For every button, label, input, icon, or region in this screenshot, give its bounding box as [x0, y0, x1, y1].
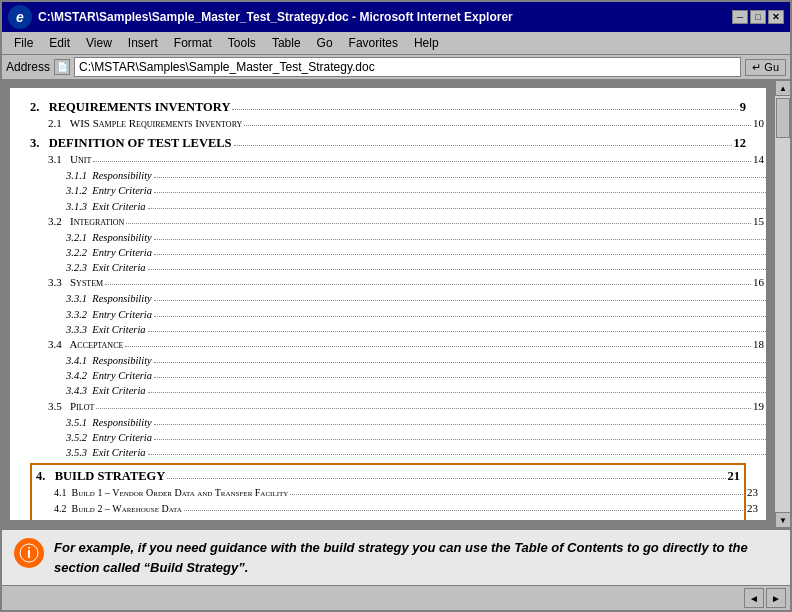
- toc-row-3-1-1: 3.1.1 Responsibility 14: [66, 168, 766, 183]
- title-bar-left: e C:\MSTAR\Samples\Sample_Master_Test_St…: [8, 5, 513, 29]
- menu-insert[interactable]: Insert: [120, 34, 166, 52]
- toc-row-3-3: 3.3 System 16: [48, 275, 764, 291]
- toc-row-3-1-3: 3.1.3 Exit Criteria 14: [66, 199, 766, 214]
- toc-row-3-1: 3.1 Unit 14: [48, 152, 764, 168]
- address-bar: Address 📄 ↵ Gu: [2, 55, 790, 80]
- toc-row-3: 3. DEFINITION OF TEST LEVELS 12: [30, 134, 746, 152]
- toc-row-3-2-1: 3.2.1 Responsibility 15: [66, 230, 766, 245]
- toc-row-4: 4. BUILD STRATEGY 21: [36, 467, 740, 485]
- status-bar: i For example, if you need guidance with…: [2, 528, 790, 585]
- toc-row-3-5: 3.5 Pilot 19: [48, 399, 764, 415]
- menu-bar: File Edit View Insert Format Tools Table…: [2, 32, 790, 55]
- bottom-bar: ◄ ►: [2, 585, 790, 610]
- toc-row-3-3-3: 3.3.3 Exit Criteria 17: [66, 322, 766, 337]
- address-input[interactable]: [74, 57, 741, 77]
- nav-back-button[interactable]: ◄: [744, 588, 764, 608]
- toc-row-3-2: 3.2 Integration 15: [48, 214, 764, 230]
- toc-row-3-2-2: 3.2.2 Entry Criteria 15: [66, 245, 766, 260]
- menu-file[interactable]: File: [6, 34, 41, 52]
- toc-row-3-5-1: 3.5.1 Responsibility 19: [66, 415, 766, 430]
- toc-row-3-2-3: 3.2.3 Exit Criteria 15: [66, 260, 766, 275]
- toc-row-3-4-2: 3.4.2 Entry Criteria 18: [66, 368, 766, 383]
- scroll-up-button[interactable]: ▲: [775, 80, 790, 96]
- scrollbar-thumb[interactable]: [776, 98, 790, 138]
- window-title: C:\MSTAR\Samples\Sample_Master_Test_Stra…: [38, 10, 513, 24]
- toc-row-3-5-3: 3.5.3 Exit Criteria 20: [66, 445, 766, 460]
- menu-format[interactable]: Format: [166, 34, 220, 52]
- close-button[interactable]: ✕: [768, 10, 784, 24]
- scroll-down-button[interactable]: ▼: [775, 512, 790, 528]
- toc-row-4-2: 4.2 Build 2 – Warehouse Data 23: [54, 501, 758, 517]
- main-area: 2. REQUIREMENTS INVENTORY 9 2.1 WIS Samp…: [2, 80, 790, 528]
- info-icon: i: [19, 543, 39, 563]
- toc-row-2-1: 2.1 WIS Sample Requirements Inventory 10: [48, 116, 764, 132]
- address-label: Address: [6, 60, 50, 74]
- ie-logo: e: [8, 5, 32, 29]
- title-bar: e C:\MSTAR\Samples\Sample_Master_Test_St…: [2, 2, 790, 32]
- menu-favorites[interactable]: Favorites: [341, 34, 406, 52]
- status-icon: i: [14, 538, 44, 568]
- status-text: For example, if you need guidance with t…: [54, 538, 778, 577]
- toc-row-2: 2. REQUIREMENTS INVENTORY 9: [30, 98, 746, 116]
- toc-row-3-4: 3.4 Acceptance 18: [48, 337, 764, 353]
- document-page: 2. REQUIREMENTS INVENTORY 9 2.1 WIS Samp…: [10, 88, 766, 520]
- go-button[interactable]: ↵ Gu: [745, 59, 786, 76]
- maximize-button[interactable]: □: [750, 10, 766, 24]
- toc-row-3-3-1: 3.3.1 Responsibility 17: [66, 291, 766, 306]
- title-bar-buttons: ─ □ ✕: [732, 10, 784, 24]
- menu-go[interactable]: Go: [309, 34, 341, 52]
- highlight-box: 4. BUILD STRATEGY 21 4.1 Build 1 – Vendo…: [30, 463, 746, 520]
- toc-row-4-3: 4.3 Build 3 – Dealer Data 23: [54, 517, 758, 520]
- minimize-button[interactable]: ─: [732, 10, 748, 24]
- svg-text:i: i: [27, 545, 31, 561]
- toc-row-4-1: 4.1 Build 1 – Vendor Order Data and Tran…: [54, 485, 758, 501]
- menu-table[interactable]: Table: [264, 34, 309, 52]
- main-window: e C:\MSTAR\Samples\Sample_Master_Test_St…: [0, 0, 792, 612]
- menu-help[interactable]: Help: [406, 34, 447, 52]
- document-area: 2. REQUIREMENTS INVENTORY 9 2.1 WIS Samp…: [2, 80, 774, 528]
- address-icon: 📄: [54, 59, 70, 75]
- toc-row-3-5-2: 3.5.2 Entry Criteria 19: [66, 430, 766, 445]
- menu-view[interactable]: View: [78, 34, 120, 52]
- scrollbar-track[interactable]: [775, 96, 790, 512]
- nav-forward-button[interactable]: ►: [766, 588, 786, 608]
- menu-edit[interactable]: Edit: [41, 34, 78, 52]
- vertical-scrollbar[interactable]: ▲ ▼: [774, 80, 790, 528]
- toc-row-3-4-3: 3.4.3 Exit Criteria 18: [66, 383, 766, 398]
- toc-row-3-4-1: 3.4.1 Responsibility 18: [66, 353, 766, 368]
- menu-tools[interactable]: Tools: [220, 34, 264, 52]
- toc-row-3-3-2: 3.3.2 Entry Criteria 17: [66, 307, 766, 322]
- toc-row-3-1-2: 3.1.2 Entry Criteria 14: [66, 183, 766, 198]
